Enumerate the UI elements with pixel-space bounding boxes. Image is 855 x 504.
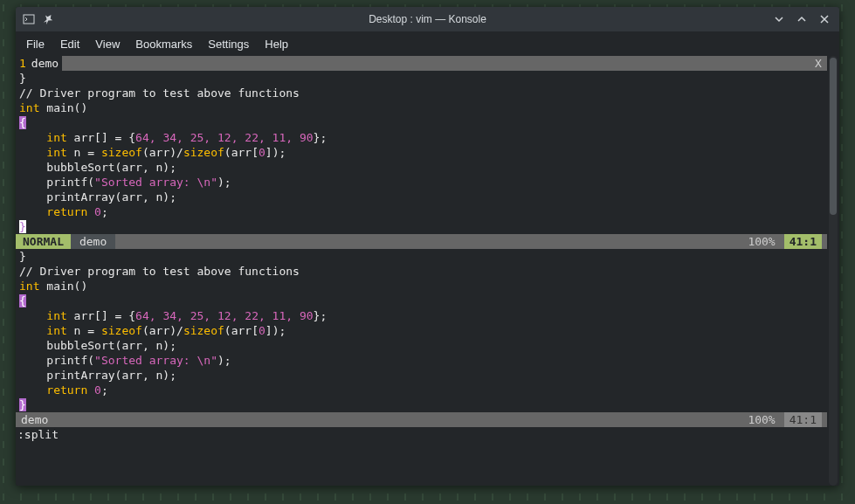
vim-tabline: 1 demo X bbox=[16, 56, 827, 71]
status-position: 41:1 bbox=[784, 412, 822, 427]
menu-view[interactable]: View bbox=[95, 38, 120, 51]
status-position: 41:1 bbox=[784, 234, 822, 249]
menubar: File Edit View Bookmarks Settings Help bbox=[16, 31, 839, 56]
terminal-area[interactable]: 1 demo X }// Driver program to test abov… bbox=[16, 56, 839, 486]
scrollbar-thumb[interactable] bbox=[830, 58, 837, 215]
pin-icon[interactable] bbox=[42, 13, 54, 25]
menu-settings[interactable]: Settings bbox=[208, 38, 249, 51]
scrollbar[interactable] bbox=[829, 56, 838, 486]
menu-edit[interactable]: Edit bbox=[60, 38, 79, 51]
vim-mode: NORMAL bbox=[16, 234, 71, 249]
menu-file[interactable]: File bbox=[26, 38, 45, 51]
terminal-icon bbox=[23, 13, 35, 25]
vim-pane-2[interactable]: }// Driver program to test above functio… bbox=[16, 249, 827, 412]
statusline-inactive: demo 100% 41:1 bbox=[16, 412, 827, 427]
menu-help[interactable]: Help bbox=[265, 38, 288, 51]
statusline-active: NORMAL demo 100% 41:1 bbox=[16, 234, 827, 249]
konsole-window: Desktop : vim — Konsole File Edit View B… bbox=[16, 7, 839, 486]
minimize-button[interactable] bbox=[773, 13, 785, 25]
status-file: demo bbox=[71, 234, 115, 249]
status-percent: 100% bbox=[739, 412, 783, 427]
tab-index: 1 bbox=[16, 56, 26, 71]
titlebar[interactable]: Desktop : vim — Konsole bbox=[16, 7, 839, 31]
menu-bookmarks[interactable]: Bookmarks bbox=[135, 38, 192, 51]
vim-command-line[interactable]: :split bbox=[16, 427, 827, 442]
maximize-button[interactable] bbox=[796, 13, 808, 25]
svg-rect-0 bbox=[24, 15, 34, 24]
vim-pane-1[interactable]: }// Driver program to test above functio… bbox=[16, 71, 827, 234]
tab-close[interactable]: X bbox=[810, 56, 827, 71]
window-title: Desktop : vim — Konsole bbox=[16, 13, 839, 25]
status-file: demo bbox=[16, 412, 53, 427]
close-button[interactable] bbox=[818, 13, 831, 25]
status-percent: 100% bbox=[739, 234, 783, 249]
tab-name[interactable]: demo bbox=[26, 56, 59, 71]
